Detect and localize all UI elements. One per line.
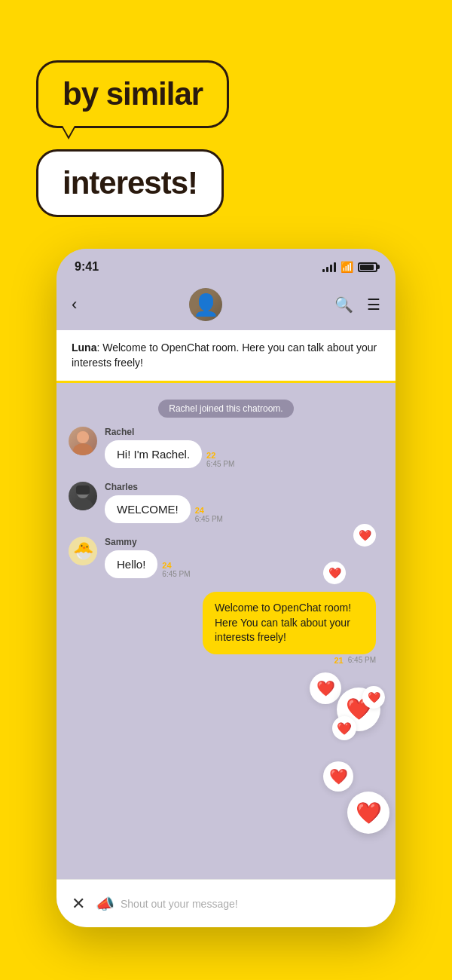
bottom-bar: ✕ 📣 Shout out your message! xyxy=(56,879,396,927)
back-button[interactable]: ‹ xyxy=(72,295,77,314)
message-rachel: Rachel Hi! I'm Rachel. 22 6:45 PM xyxy=(69,427,383,468)
speech-bubbles-container: by similar interests! xyxy=(36,60,229,217)
heart-overlay-3[interactable]: ❤️ xyxy=(323,761,353,792)
rachel-meta: 22 6:45 PM xyxy=(206,451,234,468)
bubble-interests-text: interests! xyxy=(63,165,197,201)
charles-msg-content: Charles WELCOME! 24 6:45 PM xyxy=(105,482,223,523)
status-icons: 📶 xyxy=(322,261,377,273)
welcome-banner-text: Luna: Welcome to OpenChat room. Here you… xyxy=(72,341,380,370)
svg-point-2 xyxy=(77,431,89,443)
header-avatar xyxy=(189,288,222,321)
sammy-count: 24 xyxy=(162,561,171,570)
own-count: 21 xyxy=(334,656,344,665)
rachel-avatar xyxy=(69,427,97,455)
own-msg-content: Welcome to OpenChat room! Here You can t… xyxy=(203,592,376,665)
heart-small-1[interactable]: ❤️ xyxy=(353,524,376,547)
header-actions: 🔍 ☰ xyxy=(334,296,380,314)
charles-msg-row: WELCOME! 24 6:45 PM xyxy=(105,495,223,523)
battery-icon xyxy=(358,262,377,272)
phone-mockup: 9:41 📶 ‹ 🔍 ☰ Luna: Welcome to OpenChat r… xyxy=(56,249,396,927)
charles-time: 6:45 PM xyxy=(195,515,223,523)
bubble-by-similar-text: by similar xyxy=(63,76,203,112)
chat-header: ‹ 🔍 ☰ xyxy=(56,282,396,330)
heart-medium[interactable]: ❤️ xyxy=(310,672,341,704)
charles-name: Charles xyxy=(105,482,223,492)
search-icon[interactable]: 🔍 xyxy=(334,296,353,314)
own-time: 6:45 PM xyxy=(348,656,376,664)
welcome-banner: Luna: Welcome to OpenChat room. Here you… xyxy=(56,330,396,383)
heart-small-2[interactable]: ❤️ xyxy=(323,562,346,584)
welcome-banner-sender: Luna xyxy=(72,341,96,354)
charles-count: 24 xyxy=(195,506,204,515)
sammy-msg-row: Hello! 24 6:45 PM xyxy=(105,550,191,578)
rachel-msg-content: Rachel Hi! I'm Rachel. 22 6:45 PM xyxy=(105,427,234,468)
sammy-name: Sammy xyxy=(105,537,191,547)
own-bubble: Welcome to OpenChat room! Here You can t… xyxy=(203,592,376,654)
sammy-avatar: 🐣 xyxy=(69,537,97,565)
rachel-time: 6:45 PM xyxy=(206,460,234,468)
wifi-icon: 📶 xyxy=(341,261,353,273)
bubble-by-similar: by similar xyxy=(36,60,229,128)
svg-point-1 xyxy=(73,443,93,455)
input-area[interactable]: 📣 Shout out your message! xyxy=(96,895,380,913)
message-charles: Charles WELCOME! 24 6:45 PM xyxy=(69,482,383,523)
chat-body[interactable]: Rachel joined this chatroom. Rachel Hi! … xyxy=(56,383,396,911)
charles-meta: 24 6:45 PM xyxy=(195,506,223,523)
close-button[interactable]: ✕ xyxy=(72,894,85,914)
sammy-bubble: Hello! xyxy=(105,550,157,578)
system-message: Rachel joined this chatroom. xyxy=(69,401,383,415)
own-meta: 21 6:45 PM xyxy=(334,656,377,665)
heart-overlay-2[interactable]: ❤️ xyxy=(332,716,356,740)
heart-overlay-large[interactable]: ❤️ xyxy=(347,792,389,834)
system-message-text: Rachel joined this chatroom. xyxy=(158,400,293,418)
svg-point-4 xyxy=(73,498,93,510)
svg-rect-6 xyxy=(76,485,90,495)
welcome-banner-message: : Welcome to OpenChat room. Here you can… xyxy=(72,341,377,369)
rachel-msg-row: Hi! I'm Rachel. 22 6:45 PM xyxy=(105,440,234,468)
sammy-msg-content: Sammy Hello! 24 6:45 PM xyxy=(105,537,191,578)
heart-overlay-1[interactable]: ❤️ xyxy=(362,686,385,709)
avatar-face xyxy=(189,288,222,321)
bubble-interests: interests! xyxy=(36,149,224,217)
megaphone-icon: 📣 xyxy=(96,895,115,913)
menu-icon[interactable]: ☰ xyxy=(367,296,380,314)
sammy-meta: 24 6:45 PM xyxy=(162,561,190,578)
rachel-name: Rachel xyxy=(105,427,234,437)
status-bar: 9:41 📶 xyxy=(56,249,396,282)
sammy-time: 6:45 PM xyxy=(162,570,190,578)
svg-text:🐣: 🐣 xyxy=(73,541,94,561)
charles-bubble: WELCOME! xyxy=(105,495,191,523)
charles-avatar xyxy=(69,482,97,510)
message-input-placeholder[interactable]: Shout out your message! xyxy=(121,898,238,910)
rachel-bubble: Hi! I'm Rachel. xyxy=(105,440,202,468)
rachel-count: 22 xyxy=(206,451,215,460)
status-time: 9:41 xyxy=(75,260,99,274)
signal-bars-icon xyxy=(322,262,336,272)
own-message: Welcome to OpenChat room! Here You can t… xyxy=(69,592,383,665)
